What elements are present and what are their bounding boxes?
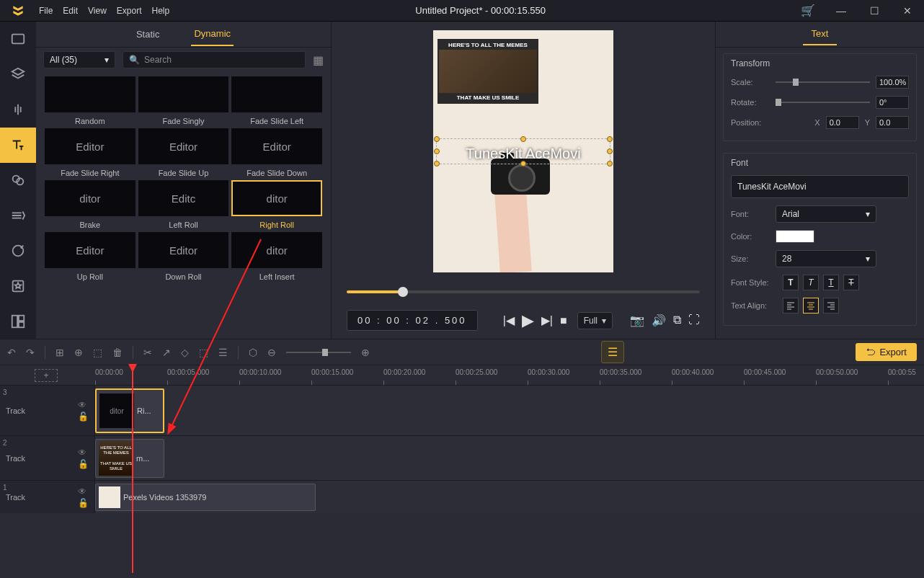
effect-item[interactable]: EditorFade Slide Up <box>138 128 229 177</box>
tab-static[interactable]: Static <box>133 23 163 45</box>
effect-item[interactable]: EditorFade Slide Down <box>231 128 322 177</box>
visibility-icon[interactable]: 👁 <box>78 400 89 410</box>
sidebar-media[interactable] <box>0 22 36 57</box>
sidebar-audio[interactable] <box>0 92 36 128</box>
transform-section: Transform Scale: 100.0% Rotate: 0° Posit… <box>723 53 917 141</box>
zoom-slider[interactable] <box>286 348 351 357</box>
visibility-icon[interactable]: 👁 <box>78 448 89 458</box>
preview-scrubber[interactable] <box>347 287 700 297</box>
next-frame-icon[interactable]: ▶| <box>541 314 553 327</box>
menu-edit[interactable]: Edit <box>63 6 78 16</box>
tool-icon-4[interactable]: ↗ <box>162 347 171 358</box>
app-logo <box>0 0 36 22</box>
tab-dynamic[interactable]: Dynamic <box>191 22 234 46</box>
fullscreen-icon[interactable]: ⛶ <box>688 314 700 327</box>
text-clip[interactable]: ditor Ri... <box>95 388 164 433</box>
cart-icon[interactable]: 🛒 <box>791 4 825 17</box>
sidebar-text[interactable] <box>0 128 36 163</box>
text-content-input[interactable] <box>731 175 909 198</box>
export-button[interactable]: ⮌Export <box>856 343 917 361</box>
menu-view[interactable]: View <box>88 6 107 16</box>
lock-icon[interactable]: 🔓 <box>78 412 89 422</box>
tool-icon-1[interactable]: ⊞ <box>55 347 64 358</box>
rotate-value[interactable]: 0° <box>876 96 909 109</box>
tool-icon-3[interactable]: ⬚ <box>93 347 102 358</box>
close-button[interactable]: ✕ <box>891 0 924 22</box>
detach-icon[interactable]: ⧉ <box>673 314 681 327</box>
menu-help[interactable]: Help <box>152 6 170 16</box>
snapshot-icon[interactable]: 📷 <box>630 314 644 327</box>
zoom-out-icon[interactable]: ⊖ <box>267 347 276 358</box>
maximize-button[interactable]: ☐ <box>858 0 891 22</box>
position-x-value[interactable]: 0.0 <box>826 116 859 129</box>
sidebar-templates[interactable] <box>0 303 36 339</box>
ruler-tick: 00:00:05.000 <box>167 368 209 376</box>
color-swatch[interactable] <box>776 230 814 243</box>
rotate-slider[interactable] <box>776 98 870 107</box>
image-clip[interactable]: HERE'S TO ALL THE MEMESTHAT MAKE US SMIL… <box>95 439 164 478</box>
redo-icon[interactable]: ↷ <box>26 347 35 358</box>
preview-quality-select[interactable]: Full▾ <box>577 312 613 329</box>
visibility-icon[interactable]: 👁 <box>78 486 89 497</box>
align-right-button[interactable] <box>823 298 839 314</box>
timeline-tracks: 3 Track 👁🔓 ditor Ri... 2 Track 👁🔓 HERE'S… <box>0 385 924 513</box>
lock-icon[interactable]: 🔓 <box>78 459 89 469</box>
grid-view-icon[interactable]: ▦ <box>313 53 324 67</box>
menu-export[interactable]: Export <box>117 6 142 16</box>
timeline-ruler[interactable]: + 00:00:0000:00:05.00000:00:10.00000:00:… <box>0 365 924 385</box>
sidebar-transitions[interactable] <box>0 197 36 233</box>
video-clip[interactable]: Pexels Videos 1353979 <box>95 484 316 511</box>
effect-item[interactable]: EditcLeft Roll <box>138 180 229 229</box>
tool-icon-6[interactable]: ☰ <box>218 347 228 358</box>
align-left-button[interactable] <box>783 298 799 314</box>
selection-box[interactable] <box>436 138 610 164</box>
preview-canvas[interactable]: HERE'S TO ALL THE MEMES THAT MAKE US SMI… <box>433 30 613 272</box>
effect-item[interactable]: Fade Slide Left <box>231 76 322 125</box>
stop-icon[interactable]: ■ <box>560 314 567 327</box>
undo-icon[interactable]: ↶ <box>7 347 16 358</box>
tool-icon-2[interactable]: ⊕ <box>74 347 83 358</box>
effect-item[interactable]: Random <box>45 76 136 125</box>
ruler-tick: 00:00:35.000 <box>600 368 641 376</box>
lock-icon[interactable]: 🔓 <box>78 498 89 508</box>
sidebar-favorites[interactable] <box>0 268 36 303</box>
crop-icon[interactable]: ⬚ <box>199 347 208 358</box>
marker-icon[interactable]: ⬡ <box>249 347 257 358</box>
effect-item[interactable]: EditorUp Roll <box>45 232 136 281</box>
tab-text-properties[interactable]: Text <box>803 23 838 45</box>
filter-dropdown[interactable]: All (35)▾ <box>43 51 115 68</box>
position-y-value[interactable]: 0.0 <box>876 116 909 129</box>
delete-icon[interactable]: 🗑 <box>112 347 123 358</box>
scale-slider[interactable] <box>776 78 870 86</box>
bold-button[interactable]: T <box>783 275 799 290</box>
effect-item[interactable]: ditorLeft Insert <box>231 232 322 281</box>
effect-item[interactable]: Fade Singly <box>138 76 229 125</box>
zoom-in-icon[interactable]: ⊕ <box>361 347 370 358</box>
effect-item[interactable]: EditorFade Slide Right <box>45 128 136 177</box>
sidebar-stickers[interactable] <box>0 233 36 268</box>
effect-item[interactable]: ditorRight Roll <box>231 180 322 229</box>
menu-file[interactable]: File <box>39 6 53 16</box>
strikethrough-button[interactable]: T <box>843 275 859 290</box>
underline-button[interactable]: T <box>823 275 839 290</box>
font-select[interactable]: Arial▾ <box>776 205 876 223</box>
add-track-button[interactable]: + <box>35 369 58 382</box>
meme-image: HERE'S TO ALL THE MEMES THAT MAKE US SMI… <box>437 39 538 104</box>
track-number: 2 <box>3 439 7 447</box>
sidebar-layers[interactable] <box>0 57 36 92</box>
play-icon[interactable]: ▶ <box>522 311 534 330</box>
search-input[interactable]: 🔍Search <box>123 51 306 68</box>
scale-value[interactable]: 100.0% <box>876 76 909 89</box>
tool-icon-5[interactable]: ◇ <box>181 347 189 358</box>
minimize-button[interactable]: — <box>825 0 858 22</box>
volume-icon[interactable]: 🔊 <box>652 314 666 327</box>
align-center-button[interactable] <box>803 298 819 314</box>
effect-item[interactable]: EditorDown Roll <box>138 232 229 281</box>
italic-button[interactable]: T <box>803 275 819 290</box>
split-icon[interactable]: ✂ <box>143 347 152 358</box>
effect-item[interactable]: ditorBrake <box>45 180 136 229</box>
prev-frame-icon[interactable]: |◀ <box>503 314 515 327</box>
sidebar-filters[interactable] <box>0 163 36 198</box>
export-settings-button[interactable]: ☰ <box>601 341 624 363</box>
size-select[interactable]: 28▾ <box>776 250 876 267</box>
